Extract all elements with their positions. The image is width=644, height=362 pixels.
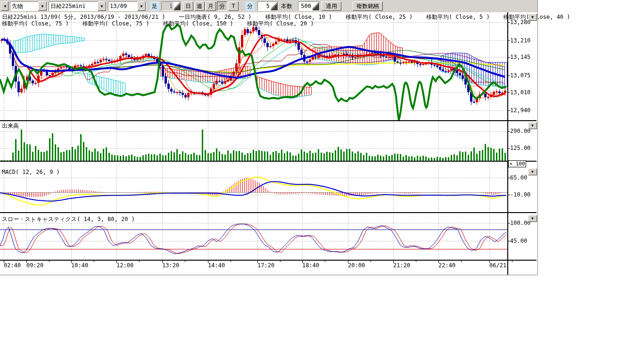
chevron-down-icon[interactable]: ▼ <box>38 1 47 11</box>
macd-axis-label: -10.00 <box>510 191 530 198</box>
period-button-週[interactable]: 週 <box>194 1 205 11</box>
symbol-combobox[interactable]: 日経225mini▼ <box>49 1 107 11</box>
chart-canvas[interactable] <box>0 12 538 275</box>
time-axis-label: 20:00 <box>348 262 365 269</box>
macd-panel-label: MACD( 12, 26, 9 ) <box>2 169 60 175</box>
price-axis-label: 13,210 <box>510 37 530 44</box>
chevron-down-icon[interactable]: ▼ <box>98 1 106 11</box>
stoch-axis-label: 100.00 <box>510 220 530 226</box>
chart-header-line2: 移動平均( Close, 75 ) 移動平均( Close, 75 ) 移動平均… <box>2 20 314 28</box>
bar-count-value: 500 <box>298 2 312 10</box>
price-axis-label: 13,145 <box>510 54 530 60</box>
mini-dropdown-button[interactable]: ▼ <box>1 1 8 11</box>
time-axis-label: 21:20 <box>393 262 410 269</box>
time-axis-label: 02:40 <box>4 262 21 269</box>
time-axis-label: 12:00 <box>116 262 133 269</box>
chart-area: 日経225mini 13/09( 5分, 2013/06/19 - 2013/0… <box>0 12 538 275</box>
time-axis-label: 09:20 <box>26 262 43 269</box>
chevron-down-icon: ▼ <box>1 2 9 10</box>
time-axis-label: 22:40 <box>438 262 455 269</box>
minute-label: 分 <box>245 1 255 11</box>
spinner-icon[interactable] <box>173 2 181 10</box>
price-axis-label: 13,280 <box>510 19 530 25</box>
time-axis-label: 14:40 <box>208 262 225 269</box>
period-button-分[interactable]: 分 <box>217 1 227 11</box>
toolbar: ▼ 先物▼ 日経225mini▼ 13/09▼ 足 1 日週月分T 分 5 本数… <box>0 0 538 13</box>
apply-button[interactable]: 適用 <box>322 1 341 11</box>
spinner-icon[interactable] <box>312 2 319 10</box>
contract-month-combobox[interactable]: 13/09▼ <box>108 1 146 11</box>
multi-symbol-button[interactable]: 複数銘柄 <box>353 1 383 11</box>
chart-application-window: ▼ 先物▼ 日経225mini▼ 13/09▼ 足 1 日週月分T 分 5 本数… <box>0 0 644 362</box>
minute-value: 5 <box>258 2 271 10</box>
period-button-T[interactable]: T <box>228 1 239 11</box>
bar-count-label: 本数 <box>281 1 296 11</box>
bar-type-label: 足 <box>150 1 159 11</box>
window-right-border <box>537 0 538 275</box>
time-axis-label: 06/21 <box>489 262 506 269</box>
price-axis-label: 13,010 <box>510 89 530 96</box>
stoch-axis-label: 45.00 <box>510 238 527 244</box>
chevron-down-icon[interactable]: ▼ <box>137 1 146 11</box>
category-combobox-value: 先物 <box>10 2 38 10</box>
price-axis-label: 12,940 <box>510 107 530 114</box>
time-axis-label: 17:20 <box>257 262 274 269</box>
volume-axis-label: 125.00 <box>510 145 530 151</box>
bar-count-field[interactable]: 500 <box>298 1 320 11</box>
bar-interval-value: 1 <box>162 2 173 10</box>
macd-axis-label: 65.00 <box>510 174 527 181</box>
time-axis-label: 18:40 <box>302 262 319 269</box>
volume-axis-label: 290.00 <box>510 128 530 134</box>
time-axis-label: 13:20 <box>162 262 179 269</box>
panel-scroll-down-button[interactable]: ▼ <box>528 122 537 129</box>
category-combobox[interactable]: 先物▼ <box>10 1 47 11</box>
stochastics-panel-label: スロー・ストキャスティクス( 14, 3, 80, 20 ) <box>2 215 135 223</box>
time-axis-label: 10:40 <box>71 262 88 269</box>
spinner-icon[interactable] <box>271 2 278 10</box>
bar-interval-field[interactable]: 1 <box>161 1 181 11</box>
panel-scroll-down-button[interactable]: ▼ <box>528 168 537 175</box>
contract-month-value: 13/09 <box>108 2 137 10</box>
period-button-日[interactable]: 日 <box>183 1 193 11</box>
panel-scroll-down-button[interactable]: ▼ <box>528 14 537 21</box>
price-axis-label: 13,075 <box>510 72 530 79</box>
period-button-月[interactable]: 月 <box>206 1 216 11</box>
symbol-combobox-value: 日経225mini <box>49 2 98 10</box>
volume-panel-label: 出来高 <box>2 122 19 130</box>
volume-multiplier-badge: × 100 <box>508 160 526 167</box>
panel-scroll-down-button[interactable]: ▼ <box>528 215 537 222</box>
minute-value-field[interactable]: 5 <box>257 1 278 11</box>
